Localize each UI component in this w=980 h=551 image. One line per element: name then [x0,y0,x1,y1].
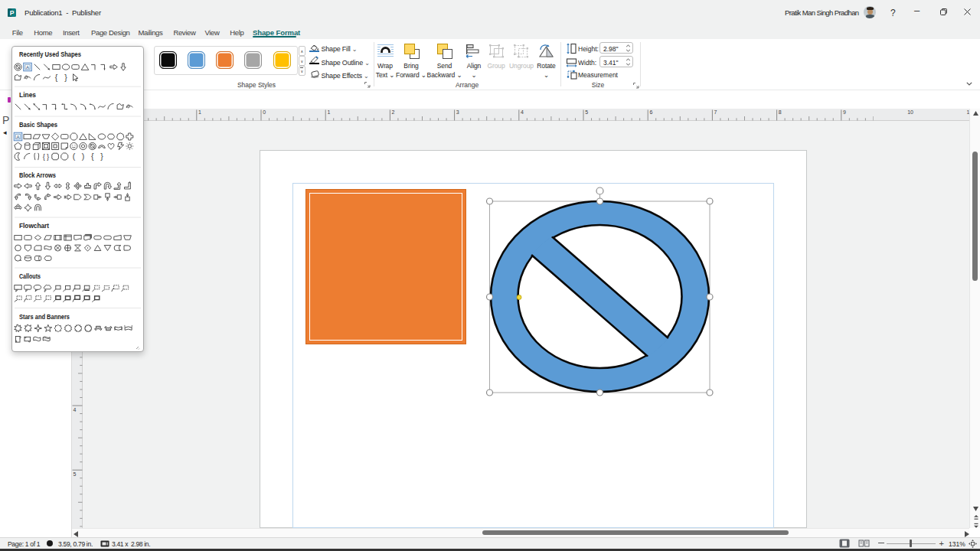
svg-text:P: P [10,8,15,16]
svg-text:Recently Used Shapes: Recently Used Shapes [19,50,81,58]
svg-text:{: { [90,152,93,161]
svg-text:}: } [47,152,49,161]
svg-text:Basic Shapes: Basic Shapes [19,119,57,128]
svg-text:Lines: Lines [19,90,36,98]
svg-text:(: ( [72,152,75,161]
svg-text:}: } [64,73,67,82]
svg-text:Block Arrows: Block Arrows [19,170,56,178]
svg-text:Flowchart: Flowchart [19,220,50,229]
svg-text:Stars and Banners: Stars and Banners [19,312,70,321]
svg-text:{: { [42,152,44,161]
svg-text:}: } [100,152,103,161]
svg-text:Callouts: Callouts [19,272,41,280]
svg-text:A: A [16,134,19,139]
svg-text:{: { [54,73,57,82]
svg-text:): ) [81,152,84,161]
svg-text:A: A [25,64,28,69]
